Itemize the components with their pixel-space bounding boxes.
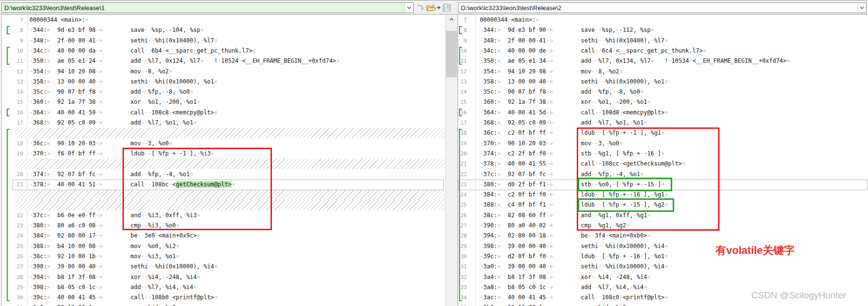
- diff-gap-row: [15, 159, 445, 169]
- save-button[interactable]: [441, 3, 452, 13]
- right-path-dropdown-button[interactable]: [857, 3, 866, 13]
- code-line: 26·38c:» 82·08·60·ff·» and··%g1,·0xff,·%…: [458, 210, 868, 221]
- line-number: 13: [458, 79, 467, 85]
- code-line: 19·370:» f6·0f·bf·ff·» ldub··[·%fp·+·-1·…: [2, 149, 445, 159]
- code-line: 28·394:» 02·80·00·18·» be··3f4·<main+0xb…: [458, 231, 868, 241]
- code-text: ·358:» 13·00·00·40·» sethi··%hi(0x10000)…: [480, 78, 668, 85]
- line-number: 18: [14, 140, 23, 147]
- code-text: ·37c:» b6·0e·e0·ff·» and··%i3,·0xff,·%i3…: [29, 212, 200, 219]
- left-file-path[interactable]: D:\work\lc3233\leon3\test\Release\1: [2, 3, 405, 13]
- code-text: ·38c:» 82·08·60·ff·» and··%g1,·0xff,·%g1…: [480, 212, 651, 219]
- code-line: 15·360:» 92·1a·7f·38·» xor··%o1,·-200,·%…: [458, 97, 868, 107]
- code-text: ·38c:» 92·10·00·1b·» mov··%i3,·%o1¤: [29, 253, 179, 260]
- code-text: ·368:» 92·05·c0·09·» add··%l7,·%o1,·%o1¤: [480, 119, 647, 126]
- code-text: ·384:» 02·80·00·17·» be··3e0·<main+0x9c>…: [29, 232, 200, 239]
- code-line: 32·3a4:» b8·1f·3f·08·» xor··%i4,·-248,·%…: [458, 272, 868, 282]
- left-file-path-combobox[interactable]: D:\work\lc3233\leon3\test\Release\1: [1, 2, 414, 13]
- code-line: 21·378:» 40·00·41·55·» call··108cc·<getC…: [458, 159, 868, 169]
- chevron-up-icon: [449, 18, 454, 21]
- code-line: 16·364:» 40·00·41·59·» call··108c8·<memc…: [2, 108, 445, 118]
- scroll-up-button[interactable]: [446, 15, 457, 24]
- code-line: 27·390:» 80·a0·40·02·» cmp··%g1,·%g2¤: [458, 221, 868, 231]
- code-text: ·368:» 92·05·c0·09·» add··%l7,·%o1,·%o1¤: [29, 119, 197, 126]
- transfer-button[interactable]: [415, 3, 426, 13]
- code-text: ·39c:» 40·00·41·45·» call··108b0·<printf…: [29, 294, 217, 301]
- code-line: 10·34c:» 40·00·00·da·» call··6b4·<__spar…: [2, 46, 445, 56]
- line-number: 22: [14, 212, 23, 219]
- line-number: 15: [458, 99, 467, 105]
- open-file-button[interactable]: [426, 3, 436, 13]
- right-file-path[interactable]: D:\work\lc3233\leon3\test\Release\2: [459, 3, 857, 13]
- code-text: ·3a8:» b8·05·c0·1c·» add··%l7,·%i4,·%i4¤: [480, 284, 647, 291]
- code-line: 20·374:» c2·2f·bf·f0·» stb··%g1,·[·%fp·+…: [458, 149, 868, 159]
- code-text: 00000344·<main>:¤: [29, 16, 89, 24]
- code-line: 30·39c:» 40·00·41·45·» call··108b0·<prin…: [2, 292, 445, 303]
- line-number: 9: [458, 38, 467, 44]
- left-path-dropdown-button[interactable]: [405, 3, 413, 13]
- line-number: 7: [14, 17, 23, 23]
- line-number: 7: [458, 17, 467, 23]
- current-line-border: [13, 180, 444, 190]
- code-text: 00000344·<main>:¤: [480, 16, 539, 24]
- code-text: ·3a4:» b8·1f·3f·08·» xor··%i4,·-248,·%i4…: [480, 274, 651, 281]
- diff-gap-row: [15, 128, 445, 138]
- line-number: 12: [458, 69, 467, 75]
- code-line: 18·36c:» c2·0f·bf·ff·» ldub··[·%fp·+·-1·…: [458, 128, 868, 138]
- code-text: ·360:» 92·1a·7f·38·» xor··%o1,·-200,·%o1…: [29, 98, 200, 106]
- right-code-pane[interactable]: 700000344·<main>:¤8·344:» 9d·e3·bf·90·» …: [458, 15, 868, 306]
- code-text: ·36c:» 90·10·20·03·» mov··3,·%o0¤: [29, 140, 172, 147]
- save-floppy-icon: [443, 4, 451, 12]
- code-text: ·3a0:» 39·00·00·40·» sethi··%hi(0x10000)…: [480, 263, 668, 270]
- code-line: 14·35c:» 90·07·bf·f8·» add··%fp,·-8,·%o0…: [2, 87, 445, 97]
- right-file-path-combobox[interactable]: D:\work\lc3233\leon3\test\Release\2: [458, 2, 867, 13]
- line-number: 14: [14, 89, 23, 95]
- line-number: 25: [14, 243, 23, 250]
- code-line: 29·398:» b8·05·c0·1c·» add··%l7,·%i4,·%i…: [2, 282, 445, 292]
- line-number: 19: [14, 151, 23, 157]
- code-text: ·398:» b8·05·c0·1c·» add··%l7,·%i4,·%i4¤: [29, 284, 197, 291]
- line-number: 20: [14, 171, 23, 178]
- code-line: 27·390:» 39·00·00·40·» sethi··%hi(0x1000…: [2, 262, 445, 272]
- code-text: ·344:» 9d·e3·bf·98·» save··%sp,·-104,·%s…: [29, 27, 203, 34]
- current-line-border: [458, 180, 868, 190]
- line-number: 24: [14, 233, 23, 239]
- line-number: 10: [14, 48, 23, 54]
- code-line: 700000344·<main>:¤: [458, 15, 868, 25]
- code-text: ·374:» 92·07·bf·fc·» add··%fp,·-4,·%o1¤: [29, 171, 193, 178]
- scrollbar-thumb[interactable]: [446, 31, 457, 77]
- line-number: 29: [14, 284, 23, 291]
- open-dropdown-caret-icon[interactable]: [437, 7, 441, 9]
- code-line: 9·348:» 2f·00·00·41·» sethi··%hi(0x10400…: [458, 36, 868, 46]
- code-text: ·3a0:» 90·10·00·1c·» mov··%i4,·%o0¤: [29, 304, 179, 306]
- diff-gap-row: [15, 200, 445, 210]
- code-line: 16·364:» 40·00·41·5d·» call··108d8·<memc…: [458, 108, 868, 118]
- code-line: 28·394:» b8·1f·3f·08·» xor··%i4,·-248,·%…: [2, 272, 445, 282]
- code-line: 31·3a0:» 90·10·00·1c·» mov··%i4,·%o0¤: [2, 303, 445, 306]
- code-text: ·348:» 2f·00·00·41·» sethi··%hi(0x10400)…: [480, 37, 668, 44]
- code-line: 13·358:» 13·00·00·40·» sethi··%hi(0x1000…: [2, 77, 445, 87]
- code-text: ·350:» ae·05·e1·34·» add··%l7,·0x134,·%l…: [480, 57, 790, 65]
- left-code-pane[interactable]: 700000344·<main>:¤8·344:» 9d·e3·bf·98·» …: [1, 15, 445, 306]
- left-vertical-scrollbar[interactable]: [446, 15, 457, 306]
- change-section-bracket: [459, 129, 462, 301]
- code-text: ·388:» b4·10·00·08·» mov··%o0,·%i2¤: [29, 243, 179, 250]
- red-annotation-text: 有volatile关键字: [716, 243, 795, 258]
- line-number: 17: [14, 120, 23, 126]
- code-text: ·398:» 39·00·00·40·» sethi··%hi(0x10000)…: [480, 243, 668, 250]
- code-line: 22·37c:» 92·07·bf·fc·» add··%fp,·-4,·%o1…: [458, 169, 868, 180]
- code-text: ·37c:» 92·07·bf·fc·» add··%fp,·-4,·%o1¤: [480, 171, 644, 178]
- code-text: ·378:» 40·00·41·55·» call··108cc·<getChe…: [480, 160, 685, 167]
- open-folder-icon: [426, 4, 436, 12]
- change-section-bracket: [7, 109, 10, 116]
- code-line: 31·3a0:» 39·00·00·40·» sethi··%hi(0x1000…: [458, 262, 868, 272]
- code-text: ·384:» c2·0f·bf·f0·» ldub··[·%fp·+·-16·]…: [480, 191, 668, 198]
- line-number: 14: [458, 89, 467, 95]
- code-line: 11·350:» ae·05·e1·34·» add··%l7,·0x134,·…: [458, 56, 868, 66]
- change-section-bracket: [7, 26, 10, 34]
- code-text: ·390:» 39·00·00·40·» sethi··%hi(0x10000)…: [29, 263, 217, 270]
- code-line: 25·388:» b4·10·00·08·» mov··%o0,·%i2¤: [2, 241, 445, 251]
- code-line: 17·368:» 92·05·c0·09·» add··%l7,·%o1,·%o…: [2, 118, 445, 128]
- code-line: 10·34c:» 40·00·00·de·» call··6c4·<__spar…: [458, 46, 868, 56]
- code-text: ·39c:» d2·0f·bf·f0·» ldub··[·%fp·+·-16·]…: [480, 253, 668, 260]
- chevron-down-icon: [407, 6, 411, 9]
